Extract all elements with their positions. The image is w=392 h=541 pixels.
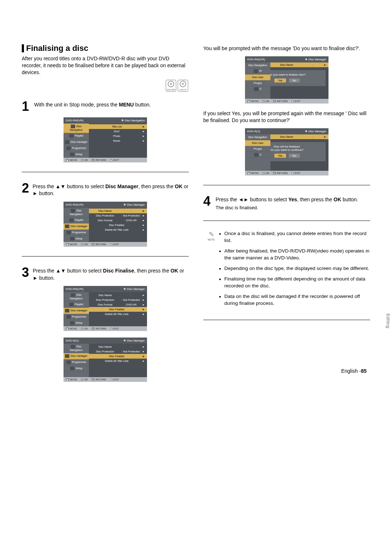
osd-title-right: Disc Navigation (121, 119, 145, 122)
prompt-text-a: You will be prompted with the message 'D… (203, 45, 370, 52)
sidebar-item[interactable]: Disc Navigation (64, 124, 89, 133)
prompt-text-b: If you select Yes, you will be prompted … (203, 110, 370, 124)
disc-icon-label: DVD-R (180, 89, 186, 91)
step-1: 1 With the unit in Stop mode, press the … (22, 100, 189, 113)
osd-footer: ◆MOVE ●OK ↩RETURN ■EXIT (64, 158, 147, 162)
note-list: Once a disc is finalised, you cannot del… (219, 230, 370, 310)
note-item: After being finalised, the DVD-R/DVD-RW(… (219, 248, 370, 262)
sidebar-item[interactable]: Playlist (64, 133, 89, 139)
yes-button[interactable]: Yes (274, 78, 286, 82)
osd-screen-finalise-selected-rw: DVD-RW(VR) Disc Manager Disc Navigation … (64, 286, 147, 331)
no-button[interactable]: No (289, 154, 300, 158)
step-text: With the unit in Stop mode, press the ME… (34, 100, 151, 113)
svg-point-2 (170, 83, 172, 85)
sidebar-item[interactable]: Disc manager (64, 139, 89, 145)
note-item: Once a disc is finalised, you cannot del… (219, 230, 370, 244)
disc-type-icons: DVD-RW DVD-R (22, 80, 189, 93)
step-text: Press the ▲▼ button to select Disc Final… (33, 266, 189, 282)
intro-text: After you record titles onto a DVD-RW/DV… (22, 55, 189, 76)
osd-screen-navigation: DVD-RW(VR) Disc Navigation Disc Navigati… (64, 117, 147, 162)
yes-button[interactable]: Yes (274, 154, 286, 158)
step-number: 3 (22, 266, 33, 282)
note-item: Finalising time may be different dependi… (219, 276, 370, 290)
page-footer: English -85 (341, 368, 367, 374)
osd-screen-confirm-finalise: DVD-RW(VR) Disc Manager Disc Navigation … (245, 56, 328, 104)
step-4: 4 Press the ◄► buttons to select Yes, th… (203, 195, 370, 211)
side-tab: Editing (384, 311, 392, 331)
step-3: 3 Press the ▲▼ button to select Disc Fin… (22, 266, 189, 282)
sidebar-item[interactable]: Setup (64, 152, 89, 158)
svg-point-5 (182, 83, 184, 85)
osd-row[interactable]: DivX► (89, 129, 147, 134)
no-button[interactable]: No (289, 78, 300, 82)
note-icon: ✎ NOTE (203, 230, 219, 310)
right-column: You will be prompted with the message 'D… (203, 44, 370, 388)
step-number: 4 (203, 195, 216, 211)
disc-icon-label: DVD-RW (167, 89, 175, 91)
osd-row[interactable]: Music► (89, 138, 147, 143)
note-item: Depending on the disc type, the displaye… (219, 265, 370, 272)
osd-screen-disc-manager: DVD-RW(VR) Disc Manager Disc Navigation … (64, 202, 147, 247)
page: Finalising a disc After you record title… (0, 0, 392, 403)
osd-row[interactable]: Photo► (89, 134, 147, 138)
osd-row[interactable]: Title List► (89, 124, 147, 129)
step-text: Press the ◄► buttons to select Yes, then… (216, 195, 358, 211)
step-number: 2 (22, 182, 33, 197)
note-item: Data on the disc will be damaged if the … (219, 293, 370, 307)
step-number: 1 (22, 100, 34, 113)
sidebar-item[interactable]: Programme (64, 145, 89, 152)
section-heading: Finalising a disc (22, 44, 189, 53)
osd-sidebar: Disc Navigation Playlist Disc manager Pr… (64, 124, 89, 158)
osd-screen-finalise-selected-r: DVD-R(V) Disc Manager Disc Navigation Di… (64, 338, 147, 382)
left-column: Finalising a disc After you record title… (22, 44, 189, 388)
step-2: 2 Press the ▲▼ buttons to select Disc Ma… (22, 182, 189, 197)
osd-main: Title List► DivX► Photo► Music► (89, 124, 147, 158)
step-text: Press the ▲▼ buttons to select Disc Mana… (33, 182, 189, 197)
pencil-icon: ✎ (203, 230, 219, 238)
osd-title-left: DVD-RW(VR) (66, 119, 83, 122)
note-block: ✎ NOTE Once a disc is finalised, you can… (203, 230, 370, 310)
osd-title-left: DVD-RW(VR) (66, 203, 83, 206)
osd-title-right: Disc Manager (123, 203, 145, 206)
heading-text: Finalising a disc (26, 44, 88, 53)
osd-screen-confirm-continue: DVD-R(V) Disc Manager Disc Navigation Di… (245, 128, 328, 175)
